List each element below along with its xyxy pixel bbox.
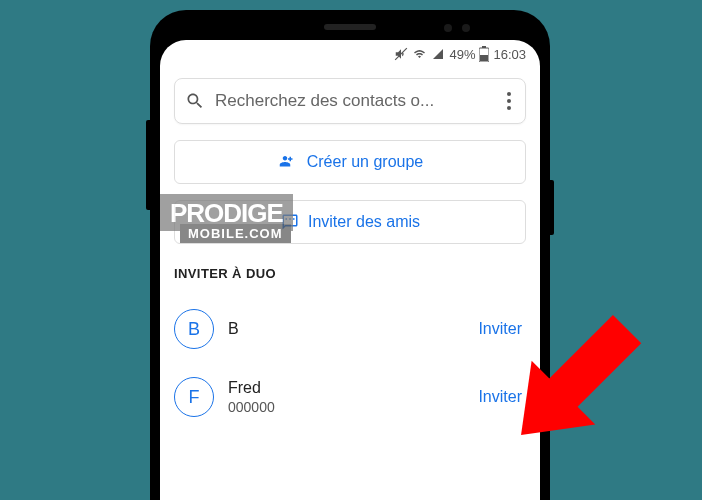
battery-icon [479,46,489,62]
invite-friends-label: Inviter des amis [308,213,420,231]
search-bar[interactable]: Recherchez des contacts o... [174,78,526,124]
search-icon [185,91,205,111]
list-item[interactable]: F Fred 000000 Inviter [174,377,526,417]
group-add-icon [277,153,299,171]
svg-rect-6 [293,218,295,220]
svg-rect-5 [289,218,291,220]
svg-rect-7 [546,315,641,410]
chat-icon [280,213,300,231]
phone-screen: 49% 16:03 Recherchez des contacts o... C… [160,40,540,500]
contact-sub: 000000 [228,399,464,415]
svg-rect-4 [285,218,287,220]
search-input[interactable]: Recherchez des contacts o... [215,91,493,111]
volume-button [146,120,150,210]
list-item[interactable]: B B Inviter [174,309,526,349]
status-bar: 49% 16:03 [160,40,540,68]
more-menu-icon[interactable] [503,88,515,114]
create-group-button[interactable]: Créer un groupe [174,140,526,184]
contact-name: B [228,320,464,338]
contact-name: Fred [228,379,464,397]
power-button [550,180,554,235]
create-group-label: Créer un groupe [307,153,424,171]
invite-button[interactable]: Inviter [478,320,526,338]
svg-rect-3 [480,55,488,61]
wifi-icon [412,48,427,60]
avatar: B [174,309,214,349]
phone-notch [160,20,540,40]
phone-frame: 49% 16:03 Recherchez des contacts o... C… [150,10,550,500]
clock: 16:03 [493,47,526,62]
avatar: F [174,377,214,417]
mute-icon [394,47,408,61]
contact-info: Fred 000000 [228,379,464,415]
contact-info: B [228,320,464,338]
battery-pct: 49% [449,47,475,62]
invite-friends-button[interactable]: Inviter des amis [174,200,526,244]
section-header: INVITER À DUO [174,266,526,281]
invite-button[interactable]: Inviter [478,388,526,406]
signal-icon [431,48,445,60]
